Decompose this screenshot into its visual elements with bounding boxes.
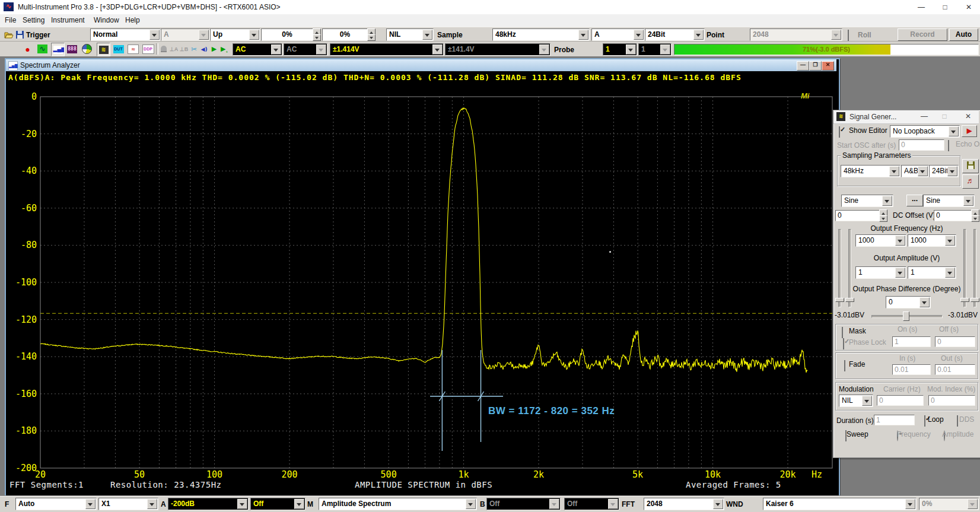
dc-offset-b-input[interactable]: 0 <box>934 210 973 221</box>
generator-titlebar[interactable]: ≋ Signal Gener... — □ ✕ <box>833 110 979 124</box>
x-axis-mode-select[interactable]: Auto <box>15 498 97 510</box>
generator-minimize-button[interactable]: — <box>918 112 930 122</box>
menu-instrument[interactable]: Instrument <box>51 16 85 24</box>
roll-label: Roll <box>858 31 871 39</box>
generator-close-button[interactable]: ✕ <box>962 112 974 122</box>
window-maximize-button[interactable]: □ <box>934 0 956 14</box>
frequency-a-select[interactable]: 1000 <box>855 234 906 247</box>
show-editor-checkbox[interactable] <box>839 126 840 138</box>
oscilloscope-icon[interactable]: ∿ <box>36 43 49 55</box>
point-label: Point <box>707 31 724 39</box>
trigger-mode-select[interactable]: Normal <box>90 28 161 41</box>
level-slider-a-left[interactable] <box>838 229 841 307</box>
waveform-a-select[interactable]: Sine <box>841 195 893 207</box>
y-range-a-select[interactable]: -200dB <box>168 498 249 510</box>
sampling-channel-select[interactable]: A <box>591 28 645 41</box>
play-icon[interactable]: ▶ <box>209 44 219 54</box>
mi-watermark: Mi <box>801 91 809 100</box>
menu-window[interactable]: Window <box>94 16 119 24</box>
level-slider-b-left[interactable] <box>963 229 966 307</box>
bit-depth-select[interactable]: 24Bit <box>645 28 705 41</box>
gen-channels-select[interactable]: A&B <box>901 165 929 177</box>
phase-difference-select[interactable]: 0 <box>886 296 931 309</box>
gen-bit-depth-select[interactable]: 24Bit <box>929 165 959 177</box>
level-slider-b-right[interactable] <box>973 229 976 307</box>
spectrum-close-button[interactable]: ✕ <box>822 61 834 71</box>
auto-button[interactable]: Auto <box>949 28 978 41</box>
save-icon[interactable] <box>15 30 24 40</box>
hpf-select[interactable]: NIL <box>386 28 434 41</box>
window-close-button[interactable]: ✕ <box>957 0 980 14</box>
dc-offset-a-input[interactable]: 0 <box>835 210 881 221</box>
probe-a-select[interactable]: 1 <box>603 43 637 56</box>
trigger-delay-input[interactable]: 0% <box>322 28 368 41</box>
start-osc-input: 0 <box>899 139 944 151</box>
menu-file[interactable]: File <box>5 16 16 24</box>
frequency-b-select[interactable]: 1000 <box>908 234 956 247</box>
y-tick-label: -40 <box>21 166 37 176</box>
sampling-rate-select[interactable]: 48kHz <box>492 28 590 41</box>
signal-generator-icon[interactable]: ≋ <box>97 43 110 56</box>
amplitude-a-select[interactable]: 1 <box>855 266 906 279</box>
multimeter-icon[interactable]: 888 <box>66 43 78 55</box>
generator-title: Signal Gener... <box>849 113 896 121</box>
spectrum-restore-button[interactable]: ❐ <box>809 61 822 71</box>
speaker-icon[interactable]: ◀) <box>199 44 209 54</box>
spectrum-3d-plot-icon[interactable] <box>81 43 93 55</box>
trigger-edge-select[interactable]: Up <box>210 28 260 41</box>
balance-slider-handle[interactable] <box>903 311 909 321</box>
spectrum-analyzer-icon[interactable]: ▂▄▆ <box>51 43 65 56</box>
probe-calibration-icon[interactable]: ✂ <box>189 44 199 54</box>
spectrum-window-titlebar[interactable]: ▂▄▆ Spectrum Analyzer — ❐ ✕ <box>6 59 836 71</box>
device-test-plan-icon[interactable]: DUT <box>112 43 125 55</box>
dc-offset-a-spinner[interactable] <box>879 209 887 222</box>
window-minimize-button[interactable]: — <box>910 0 933 14</box>
spectrum-minimize-button[interactable]: — <box>797 61 809 71</box>
trigger-level-spinner[interactable] <box>313 28 321 41</box>
amplitude-b-select[interactable]: 1 <box>908 266 956 279</box>
fade-checkbox[interactable] <box>844 360 845 371</box>
mouse-cursor-dot <box>609 251 611 253</box>
coupling-a-select[interactable]: AC <box>233 43 282 56</box>
fft-size-select[interactable]: 2048 <box>644 498 724 510</box>
app-titlebar: ∿ Multi-Instrument Pro 3.8 - [+3DP+DLG+L… <box>0 0 980 15</box>
range-a-select[interactable]: ±1.414V <box>330 43 444 56</box>
ddp-viewer-icon[interactable]: DDP <box>142 43 154 55</box>
open-file-icon[interactable] <box>4 30 14 40</box>
trigger-level-input[interactable]: 0% <box>261 28 313 41</box>
dc-offset-b-spinner[interactable] <box>971 209 979 222</box>
chevron-down-icon <box>237 499 247 509</box>
level-slider-a-right[interactable] <box>848 229 851 307</box>
derived-data-curve-icon[interactable]: ≈ <box>127 43 139 55</box>
modulation-type-select[interactable]: NIL <box>839 395 873 407</box>
gen-music-library-button[interactable]: ♬ <box>962 174 979 189</box>
y-tick-label: -180 <box>15 425 37 436</box>
x-tick-label: 5k <box>632 469 643 480</box>
generator-run-button[interactable]: ▶ <box>962 125 977 137</box>
x-tick-label: 2k <box>533 469 544 480</box>
level-slider-a-left-handle[interactable] <box>835 298 844 302</box>
spectrum-trace[interactable] <box>40 108 807 373</box>
mask-checkbox[interactable] <box>842 327 843 338</box>
play-step-icon[interactable]: ▶˳ <box>219 44 229 54</box>
gain-a-select[interactable]: Off <box>250 498 306 510</box>
level-slider-b-left-handle[interactable] <box>960 298 969 302</box>
menu-help[interactable]: Help <box>125 16 140 24</box>
spectrum-chart[interactable]: 0-20-40-60-80-100-120-140-160-180-200205… <box>6 84 836 494</box>
x-zoom-select[interactable]: X1 <box>98 498 158 510</box>
level-slider-a-right-handle[interactable] <box>845 298 854 302</box>
gen-sampling-rate-select[interactable]: 48kHz <box>841 165 901 177</box>
window-function-select[interactable]: Kaiser 6 <box>763 498 917 510</box>
menu-setting[interactable]: Setting <box>23 16 44 24</box>
loop-checkbox[interactable] <box>924 415 925 427</box>
run-stop-icon[interactable]: ● <box>21 43 34 55</box>
waveform-b-select[interactable]: Sine <box>923 195 975 207</box>
trigger-delay-spinner[interactable] <box>367 28 376 41</box>
view-mode-select[interactable]: Amplitude Spectrum <box>319 498 477 510</box>
fade-out-input: 0.01 <box>935 364 975 375</box>
loopback-select[interactable]: No Loopback <box>890 125 960 138</box>
gen-save-button[interactable] <box>962 159 979 173</box>
waveform-more-button[interactable]: ... <box>906 195 923 206</box>
roll-checkbox <box>848 30 849 41</box>
level-slider-b-right-handle[interactable] <box>971 298 979 302</box>
